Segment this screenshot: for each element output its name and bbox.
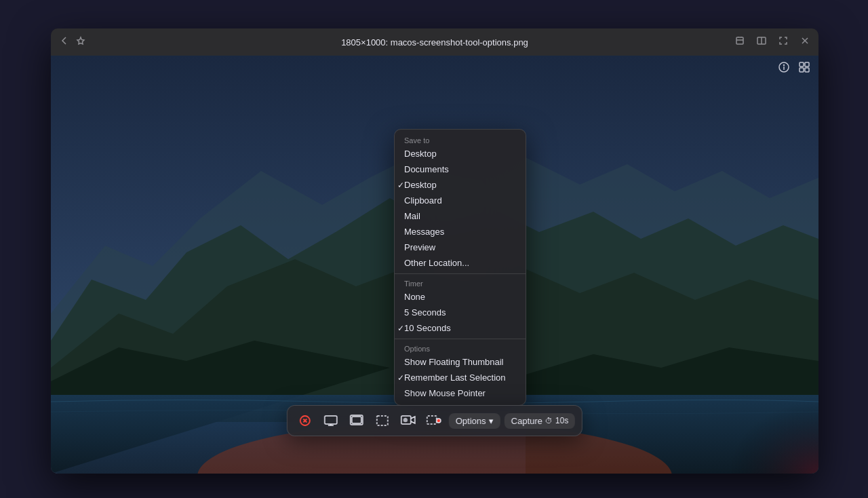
toolbar-options-button[interactable]: Options ▾ bbox=[449, 413, 500, 429]
menu-item-show-floating[interactable]: Show Floating Thumbnail bbox=[395, 354, 526, 370]
menu-item-show-pointer[interactable]: Show Mouse Pointer bbox=[395, 385, 526, 401]
menu-item-5-seconds[interactable]: 5 Seconds bbox=[395, 305, 526, 320]
svg-point-26 bbox=[403, 419, 407, 422]
grid-icon[interactable] bbox=[798, 61, 810, 76]
menu-item-none[interactable]: None bbox=[395, 289, 526, 305]
svg-rect-0 bbox=[736, 37, 743, 44]
title-bar-pin-icon[interactable] bbox=[75, 36, 86, 49]
svg-rect-13 bbox=[805, 62, 809, 66]
window-title: 1805×1000: macos-screenshot-tool-options… bbox=[341, 37, 528, 47]
menu-item-desktop-1[interactable]: Desktop bbox=[395, 146, 526, 161]
capture-timer: 10s bbox=[555, 416, 568, 425]
close-window-icon[interactable] bbox=[800, 35, 810, 49]
toolbar-record-screen-button[interactable] bbox=[397, 410, 419, 432]
menu-item-10-seconds[interactable]: 10 Seconds bbox=[395, 320, 526, 336]
image-area: Save to Desktop Documents Desktop Clipbo… bbox=[51, 56, 818, 474]
title-bar-actions bbox=[734, 35, 810, 49]
menu-item-messages[interactable]: Messages bbox=[395, 224, 526, 240]
svg-rect-8 bbox=[593, 293, 818, 474]
menu-item-remember-selection[interactable]: Remember Last Selection bbox=[395, 370, 526, 385]
options-chevron-icon: ▾ bbox=[489, 416, 494, 426]
options-context-menu: Save to Desktop Documents Desktop Clipbo… bbox=[394, 129, 526, 406]
svg-point-28 bbox=[437, 419, 441, 423]
divider-2 bbox=[395, 339, 526, 339]
timer-section-label: Timer bbox=[395, 277, 526, 289]
svg-rect-19 bbox=[325, 416, 337, 424]
toolbar-capture-button[interactable]: Capture ⏱ 10s bbox=[505, 413, 576, 429]
title-bar-back-icon[interactable] bbox=[59, 35, 70, 49]
save-to-section-label: Save to bbox=[395, 134, 526, 146]
new-tab-icon[interactable] bbox=[734, 35, 745, 49]
svg-rect-14 bbox=[800, 68, 804, 72]
title-bar-left bbox=[59, 35, 86, 49]
menu-item-mail[interactable]: Mail bbox=[395, 208, 526, 224]
menu-item-preview[interactable]: Preview bbox=[395, 240, 526, 255]
menu-item-clipboard[interactable]: Clipboard bbox=[395, 193, 526, 208]
menu-item-desktop-checked[interactable]: Desktop bbox=[395, 177, 526, 193]
svg-rect-24 bbox=[377, 416, 388, 425]
toolbar-capture-window-button[interactable] bbox=[346, 410, 368, 432]
fullscreen-icon[interactable] bbox=[778, 35, 789, 49]
menu-item-other-location[interactable]: Other Location... bbox=[395, 255, 526, 271]
menu-item-documents[interactable]: Documents bbox=[395, 161, 526, 177]
options-section-label: Options bbox=[395, 342, 526, 354]
toolbar-record-selection-button[interactable] bbox=[423, 410, 445, 432]
screenshot-toolbar: Options ▾ Capture ⏱ 10s bbox=[287, 405, 583, 436]
svg-point-11 bbox=[784, 65, 785, 66]
svg-rect-12 bbox=[800, 62, 804, 66]
info-icon[interactable] bbox=[778, 61, 790, 76]
image-area-icons bbox=[778, 61, 810, 76]
toolbar-capture-screen-button[interactable] bbox=[320, 410, 342, 432]
capture-label: Capture bbox=[511, 416, 542, 426]
app-window: 1805×1000: macos-screenshot-tool-options… bbox=[51, 28, 818, 474]
options-label: Options bbox=[456, 416, 486, 426]
divider-1 bbox=[395, 273, 526, 274]
timer-icon: ⏱ bbox=[545, 417, 553, 425]
title-bar: 1805×1000: macos-screenshot-tool-options… bbox=[51, 28, 818, 56]
svg-rect-27 bbox=[427, 416, 437, 424]
svg-rect-15 bbox=[805, 68, 809, 72]
toolbar-close-button[interactable] bbox=[294, 410, 316, 432]
split-view-icon[interactable] bbox=[756, 35, 767, 49]
toolbar-selection-button[interactable] bbox=[372, 410, 393, 432]
svg-rect-22 bbox=[352, 417, 361, 423]
